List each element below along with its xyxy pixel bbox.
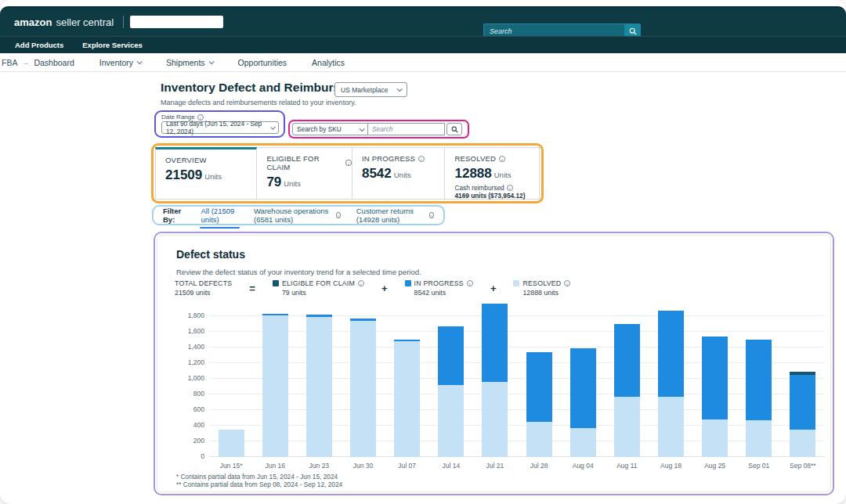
chevron-down-icon bbox=[137, 59, 143, 64]
x-tick-label: Jun 16 bbox=[253, 462, 297, 470]
sku-search-button[interactable] bbox=[446, 123, 462, 135]
defect-status-card: Defect status Review the defect status o… bbox=[157, 235, 831, 492]
bar-segment-in-progress[interactable] bbox=[570, 348, 596, 428]
bar-segment-resolved[interactable] bbox=[219, 430, 244, 457]
bar-aug-18[interactable] bbox=[658, 311, 684, 458]
nav-label: Opportunities bbox=[238, 58, 287, 67]
bar-jun-23[interactable] bbox=[306, 315, 332, 457]
y-tick-label: 600 bbox=[178, 405, 204, 413]
amazon-seller-central-logo[interactable]: amazon seller central bbox=[14, 16, 114, 28]
explore-services-link[interactable]: Explore Services bbox=[82, 41, 143, 49]
bar-jun-16[interactable] bbox=[262, 314, 288, 458]
card-resolved[interactable]: RESOLVEDi 12888Units Cash reimbursedi 41… bbox=[445, 147, 540, 200]
bar-segment-resolved[interactable] bbox=[350, 321, 376, 458]
add-products-link[interactable]: Add Products bbox=[15, 41, 63, 49]
bar-jul-28[interactable] bbox=[526, 352, 552, 457]
bar-aug-11[interactable] bbox=[614, 324, 640, 457]
bar-column: Jun 15* bbox=[209, 301, 253, 457]
bar-segment-in-progress[interactable] bbox=[482, 304, 508, 382]
bar-segment-in-progress[interactable] bbox=[702, 337, 728, 419]
nav-item-shipments[interactable]: Shipments bbox=[166, 58, 213, 67]
bar-column: Jul 07 bbox=[385, 301, 429, 457]
bar-jul-21[interactable] bbox=[482, 304, 508, 457]
bar-segment-resolved[interactable] bbox=[526, 422, 552, 458]
bar-segment-resolved[interactable] bbox=[614, 397, 640, 458]
bar-jul-14[interactable] bbox=[438, 326, 464, 457]
breadcrumb[interactable]: FBA bbox=[2, 58, 17, 67]
x-tick-label: Sep 08** bbox=[781, 462, 825, 470]
bar-aug-25[interactable] bbox=[702, 337, 728, 457]
bar-segment-in-progress[interactable] bbox=[746, 340, 772, 420]
search-by-select[interactable]: Search by SKU bbox=[292, 123, 368, 135]
bar-segment-in-progress[interactable] bbox=[658, 311, 684, 398]
legend-eligible-for-claim: ELIGIBLE FOR CLAIMi 79 units bbox=[273, 279, 364, 297]
x-tick-label: Jul 28 bbox=[517, 462, 561, 470]
in-progress-swatch-icon bbox=[405, 280, 411, 286]
bar-segment-in-progress[interactable] bbox=[614, 324, 640, 397]
chevron-down-icon bbox=[270, 124, 276, 130]
info-icon[interactable]: i bbox=[336, 212, 341, 218]
y-tick-label: 1,000 bbox=[178, 374, 204, 382]
bar-segment-resolved[interactable] bbox=[570, 428, 596, 458]
card-in-progress[interactable]: IN PROGRESSi 8542Units bbox=[352, 147, 446, 200]
bar-segment-resolved[interactable] bbox=[438, 385, 464, 457]
bar-jun-15-[interactable] bbox=[219, 430, 244, 457]
bar-jun-30[interactable] bbox=[350, 319, 376, 457]
x-tick-label: Jul 07 bbox=[385, 462, 429, 470]
chart-plot: Units 02004006008001,0001,2001,4001,6001… bbox=[209, 301, 825, 457]
info-icon[interactable]: i bbox=[467, 280, 473, 286]
filter-tab-customer-returns[interactable]: Customer returns (14928 units)i bbox=[356, 207, 434, 224]
info-icon[interactable]: i bbox=[499, 156, 505, 162]
bar-segment-resolved[interactable] bbox=[306, 317, 332, 458]
bar-sep-08-[interactable] bbox=[790, 372, 815, 457]
bar-segment-resolved[interactable] bbox=[702, 419, 728, 457]
info-icon[interactable]: i bbox=[429, 212, 434, 218]
card-value: 12888 bbox=[454, 166, 491, 181]
filter-tab-warehouse-operations[interactable]: Warehouse operations (6581 units)i bbox=[254, 207, 341, 224]
bar-segment-resolved[interactable] bbox=[262, 315, 288, 458]
bar-jul-07[interactable] bbox=[394, 340, 420, 457]
legend-total-defects: TOTAL DEFECTS 21509 units bbox=[175, 279, 232, 297]
bar-sep-01[interactable] bbox=[746, 340, 772, 458]
bar-column: Jul 14 bbox=[429, 301, 473, 457]
bar-segment-in-progress[interactable] bbox=[438, 326, 464, 385]
search-icon bbox=[629, 27, 637, 35]
x-tick-label: Aug 25 bbox=[693, 462, 737, 470]
bar-segment-in-progress[interactable] bbox=[790, 375, 815, 430]
main-nav-bar: FBA → Dashboard Inventory Shipments Oppo… bbox=[0, 53, 846, 72]
bar-column: Aug 18 bbox=[649, 301, 692, 457]
info-icon[interactable]: i bbox=[564, 280, 570, 286]
nav-item-analytics[interactable]: Analytics bbox=[312, 58, 345, 67]
bar-segment-resolved[interactable] bbox=[658, 397, 684, 457]
nav-item-opportunities[interactable]: Opportunities bbox=[238, 58, 287, 67]
y-tick-label: 200 bbox=[178, 437, 204, 445]
chart-subtitle: Review the defect status of your invento… bbox=[176, 268, 421, 276]
bar-segment-in-progress[interactable] bbox=[526, 352, 552, 422]
info-icon[interactable]: i bbox=[345, 160, 352, 166]
plus-sign: + bbox=[377, 283, 392, 294]
info-icon[interactable]: i bbox=[507, 185, 513, 191]
y-tick-label: 800 bbox=[178, 390, 204, 398]
bar-segment-resolved[interactable] bbox=[746, 420, 772, 458]
date-range-select[interactable]: Last 90 days (Jun 15, 2024 - Sep 12, 202… bbox=[161, 121, 279, 134]
info-icon[interactable]: i bbox=[358, 280, 364, 286]
nav-item-inventory[interactable]: Inventory bbox=[99, 58, 141, 67]
chevron-down-icon bbox=[397, 86, 403, 92]
card-overview[interactable]: OVERVIEW 21509Units bbox=[155, 147, 257, 200]
nav-item-dashboard[interactable]: Dashboard bbox=[34, 58, 74, 67]
bar-columns: Jun 15*Jun 16Jun 23Jun 30Jul 07Jul 14Jul… bbox=[209, 301, 825, 457]
bar-column: Aug 04 bbox=[561, 301, 605, 457]
legend-in-progress: IN PROGRESSi 8542 units bbox=[405, 279, 473, 297]
bar-segment-resolved[interactable] bbox=[482, 382, 508, 457]
bar-segment-resolved[interactable] bbox=[790, 430, 815, 458]
bar-column: Jun 16 bbox=[253, 301, 297, 457]
sku-search-input[interactable]: Search bbox=[368, 123, 445, 135]
plus-sign: + bbox=[486, 283, 501, 294]
bar-aug-04[interactable] bbox=[570, 348, 596, 458]
info-icon[interactable]: i bbox=[418, 156, 425, 162]
marketplace-select[interactable]: US Marketplace bbox=[334, 82, 407, 97]
account-switcher-input[interactable] bbox=[130, 16, 223, 28]
filter-tab-all[interactable]: All (21509 units) bbox=[201, 207, 239, 224]
bar-segment-resolved[interactable] bbox=[394, 341, 420, 458]
card-eligible-for-claim[interactable]: ELIGIBLE FOR CLAIMi 79Units bbox=[257, 147, 352, 200]
